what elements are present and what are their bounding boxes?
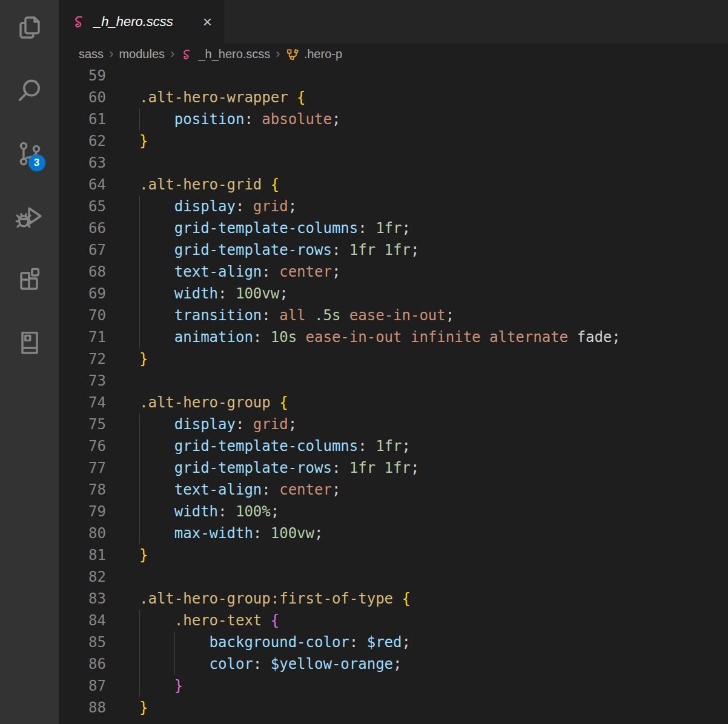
code-line-content[interactable] <box>124 566 728 588</box>
activity-item-custom-view[interactable] <box>12 325 47 360</box>
breadcrumb-label: .hero-p <box>304 47 342 61</box>
code-line-content[interactable]: .alt-hero-group { <box>124 392 728 413</box>
code-line[interactable]: 63 <box>59 152 728 174</box>
activity-item-explorer[interactable] <box>12 10 47 45</box>
code-line[interactable]: 69 width: 100vw; <box>59 283 728 304</box>
indent-guide <box>174 653 175 675</box>
token-pun: ; <box>332 263 340 280</box>
code-line[interactable]: 83.alt-hero-group:first-of-type { <box>59 588 728 610</box>
code-line-content[interactable]: width: 100%; <box>124 501 728 522</box>
code-line[interactable]: 79 width: 100%; <box>59 501 728 522</box>
code-line-content[interactable]: .alt-hero-group:first-of-type { <box>124 588 728 610</box>
code-line-content[interactable]: } <box>124 544 728 566</box>
activity-item-extensions[interactable] <box>12 262 47 297</box>
line-number: 77 <box>59 457 124 479</box>
breadcrumb-item-sass[interactable]: sass <box>79 47 104 61</box>
code-area[interactable]: 5960.alt-hero-wrapper {61 position: abso… <box>59 65 728 724</box>
code-line[interactable]: 80 max-width: 100vw; <box>59 522 728 544</box>
code-line-content[interactable]: display: grid; <box>124 413 728 435</box>
code-line-content[interactable]: grid-template-columns: 1fr; <box>124 217 728 239</box>
code-line[interactable]: 81} <box>59 544 728 566</box>
code-line[interactable]: 88} <box>59 697 728 719</box>
token-pun: ; <box>314 525 323 542</box>
code-line[interactable]: 62} <box>59 130 728 152</box>
code-line-content[interactable]: grid-template-rows: 1fr 1fr; <box>124 239 728 261</box>
code-line[interactable]: 67 grid-template-rows: 1fr 1fr; <box>59 239 728 261</box>
token-sel: .alt-hero-grid <box>139 176 262 193</box>
code-line[interactable]: 70 transition: all .5s ease-in-out; <box>59 304 728 326</box>
code-line-content[interactable] <box>124 152 728 174</box>
code-line-content[interactable]: } <box>124 675 728 697</box>
token-pln <box>262 176 270 193</box>
breadcrumb-separator: › <box>276 47 280 61</box>
activity-item-run-and-debug[interactable] <box>12 199 47 234</box>
tab-h-hero-scss[interactable]: _h_hero.scss × <box>59 0 224 44</box>
activity-item-source-control[interactable]: 3 <box>12 136 47 171</box>
code-line[interactable]: 72} <box>59 348 728 370</box>
code-line[interactable]: 74.alt-hero-group { <box>59 392 728 413</box>
code-line-content[interactable]: max-width: 100vw; <box>124 522 728 544</box>
token-prp: color <box>210 656 253 673</box>
token-pln <box>393 590 402 607</box>
code-line-content[interactable]: display: grid; <box>124 196 728 217</box>
code-line-content[interactable]: .hero-text { <box>124 610 728 631</box>
code-line[interactable]: 59 <box>59 65 728 87</box>
code-line[interactable]: 64.alt-hero-grid { <box>59 174 728 196</box>
breadcrumb-item--hero-p[interactable]: .hero-p <box>286 47 342 61</box>
activity-item-search[interactable] <box>12 73 47 108</box>
code-line-content[interactable] <box>124 65 728 87</box>
search-icon <box>15 76 44 105</box>
code-line-content[interactable] <box>124 370 728 392</box>
code-line-content[interactable]: animation: 10s ease-in-out infinite alte… <box>124 326 728 348</box>
indent-guide <box>139 653 140 675</box>
line-number: 59 <box>59 65 124 87</box>
token-prp: grid-template-columns <box>174 220 358 237</box>
code-line-content[interactable]: background-color: $red; <box>124 631 728 653</box>
indent-guide <box>139 610 140 631</box>
token-prp: grid-template-columns <box>174 438 358 455</box>
code-line-content[interactable]: text-align: center; <box>124 479 728 501</box>
code-line-content[interactable]: } <box>124 348 728 370</box>
code-line[interactable]: 73 <box>59 370 728 392</box>
token-num: 100vw <box>271 525 314 542</box>
code-line[interactable]: 75 display: grid; <box>59 413 728 435</box>
breadcrumb-item-modules[interactable]: modules <box>119 47 165 61</box>
code-line[interactable]: 65 display: grid; <box>59 196 728 217</box>
breadcrumb: sass›modules› _h_hero.scss› .hero-p <box>59 44 728 65</box>
code-line-content[interactable]: text-align: center; <box>124 261 728 283</box>
code-line-content[interactable]: .alt-hero-wrapper { <box>124 87 728 108</box>
code-line-content[interactable]: transition: all .5s ease-in-out; <box>124 304 728 326</box>
code-line[interactable]: 86 color: $yellow-orange; <box>59 653 728 675</box>
code-line[interactable]: 85 background-color: $red; <box>59 631 728 653</box>
indent-guide <box>139 261 140 283</box>
code-line[interactable]: 76 grid-template-columns: 1fr; <box>59 435 728 457</box>
code-line[interactable]: 61 position: absolute; <box>59 108 728 130</box>
token-val: absolute <box>262 111 332 128</box>
code-line-content[interactable]: } <box>124 130 728 152</box>
token-b2: { <box>271 612 279 629</box>
code-line[interactable]: 84 .hero-text { <box>59 610 728 631</box>
code-line[interactable]: 71 animation: 10s ease-in-out infinite a… <box>59 326 728 348</box>
class-icon <box>286 48 299 61</box>
code-line-content[interactable]: width: 100vw; <box>124 283 728 304</box>
code-line[interactable]: 66 grid-template-columns: 1fr; <box>59 217 728 239</box>
code-line[interactable]: 87 } <box>59 675 728 697</box>
code-line-content[interactable]: .alt-hero-grid { <box>124 174 728 196</box>
code-line-content[interactable]: grid-template-rows: 1fr 1fr; <box>124 457 728 479</box>
code-line-content[interactable]: grid-template-columns: 1fr; <box>124 435 728 457</box>
token-pun: : <box>236 416 253 433</box>
code-line[interactable]: 82 <box>59 566 728 588</box>
breadcrumb-item--h-hero-scss[interactable]: _h_hero.scss <box>180 47 270 61</box>
code-line[interactable]: 78 text-align: center; <box>59 479 728 501</box>
line-number: 75 <box>59 413 124 435</box>
code-line-content[interactable]: } <box>124 697 728 719</box>
code-line-content[interactable]: position: absolute; <box>124 108 728 130</box>
close-icon[interactable]: × <box>203 14 212 30</box>
code-line[interactable]: 77 grid-template-rows: 1fr 1fr; <box>59 457 728 479</box>
token-pun: ; <box>411 242 419 258</box>
token-pun: : <box>332 459 349 476</box>
code-line[interactable]: 68 text-align: center; <box>59 261 728 283</box>
code-line[interactable]: 60.alt-hero-wrapper { <box>59 87 728 108</box>
code-line-content[interactable]: color: $yellow-orange; <box>124 653 728 675</box>
token-pln <box>376 459 384 476</box>
